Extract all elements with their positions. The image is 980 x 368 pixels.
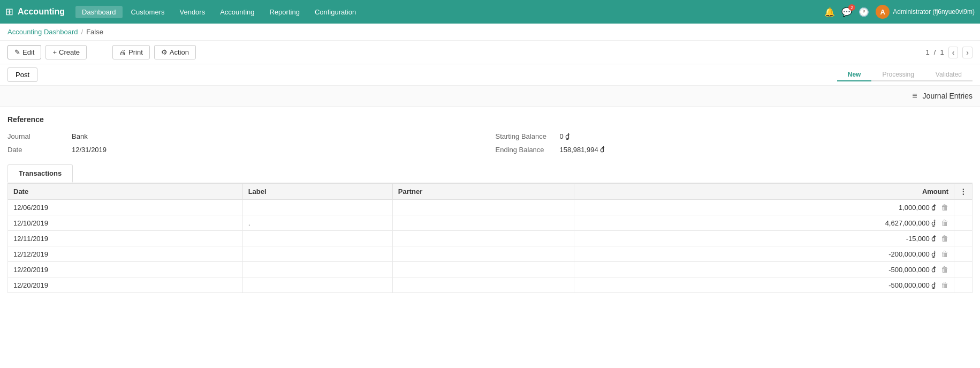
action-label: Action [170, 48, 189, 56]
fields-grid: Journal Bank Date 12/31/2019 Starting Ba… [7, 132, 973, 154]
journal-field-row: Journal Bank [7, 132, 485, 140]
date-field-row: Date 12/31/2019 [7, 146, 485, 154]
main-content: Reference Journal Bank Date 12/31/2019 S… [0, 107, 980, 302]
cell-options [954, 231, 973, 246]
breadcrumb-current: False [86, 28, 103, 36]
cell-date: 12/20/2019 [8, 277, 243, 293]
journal-entries-header: ≡ Journal Entries [0, 86, 980, 107]
post-button[interactable]: Post [7, 67, 37, 82]
cell-label [242, 262, 392, 277]
cell-date: 12/11/2019 [8, 231, 243, 246]
date-label: Date [7, 146, 66, 154]
cell-options [954, 262, 973, 277]
pagination-next[interactable]: › [962, 47, 973, 58]
pagination-separator: / [934, 48, 936, 56]
status-steps: New Processing Validated [837, 69, 973, 81]
nav-item-reporting[interactable]: Reporting [263, 6, 306, 18]
status-step-new[interactable]: New [837, 69, 872, 81]
journal-menu-icon[interactable]: ≡ [912, 91, 917, 101]
nav-items: Dashboard Customers Vendors Accounting R… [75, 6, 824, 18]
right-fields: Starting Balance 0 ₫ Ending Balance 158,… [496, 132, 973, 154]
app-title: Accounting [18, 7, 65, 17]
clock-icon[interactable]: 🕐 [859, 7, 869, 17]
delete-icon[interactable]: 🗑 [941, 250, 948, 258]
nav-item-customers[interactable]: Customers [125, 6, 171, 18]
cell-label: . [242, 215, 392, 231]
nav-right: 🔔 💬 2 🕐 A Administrator (fj6nyue0vi9m) [824, 5, 975, 19]
delete-icon[interactable]: 🗑 [941, 265, 948, 274]
create-icon: + [52, 48, 57, 56]
pagination-prev[interactable]: ‹ [948, 47, 959, 58]
cell-date: 12/06/2019 [8, 200, 243, 215]
journal-label: Journal [7, 132, 66, 140]
bell-icon[interactable]: 🔔 [824, 7, 835, 17]
user-avatar: A [876, 5, 890, 19]
table-row: 12/11/2019 -15,000 ₫ 🗑 [8, 231, 973, 246]
nav-item-configuration[interactable]: Configuration [308, 6, 362, 18]
chat-badge: 2 [848, 4, 855, 11]
ending-balance-label: Ending Balance [496, 146, 554, 154]
pagination-total: 1 [940, 48, 944, 56]
action-button[interactable]: ⚙ Action [154, 45, 196, 59]
cell-amount: -200,000,000 ₫ 🗑 [574, 246, 954, 262]
breadcrumb-separator: / [81, 28, 83, 36]
cell-options [954, 277, 973, 293]
transactions-table: Date Label Partner Amount ⋮ 12/06/2019 1… [7, 183, 973, 293]
status-step-processing[interactable]: Processing [871, 69, 924, 81]
pagination: 1 / 1 ‹ › [926, 47, 973, 58]
cell-amount: 4,627,000,000 ₫ 🗑 [574, 215, 954, 231]
create-button[interactable]: + Create [45, 45, 87, 59]
cell-partner [392, 262, 574, 277]
tab-transactions[interactable]: Transactions [7, 164, 73, 183]
print-icon: 🖨 [119, 48, 126, 56]
tabs: Transactions [7, 164, 973, 183]
status-step-validated[interactable]: Validated [925, 69, 973, 81]
delete-icon[interactable]: 🗑 [941, 281, 948, 289]
cell-label [242, 277, 392, 293]
action-icon: ⚙ [161, 48, 168, 56]
create-label: Create [59, 48, 80, 56]
cell-options [954, 215, 973, 231]
cell-options [954, 200, 973, 215]
cell-date: 12/12/2019 [8, 246, 243, 262]
chat-icon[interactable]: 💬 2 [841, 7, 852, 17]
table-row: 12/10/2019 . 4,627,000,000 ₫ 🗑 [8, 215, 973, 231]
col-amount: Amount [574, 184, 954, 200]
edit-button[interactable]: ✎ Edit [7, 45, 41, 59]
ending-balance-field-row: Ending Balance 158,981,994 ₫ [496, 146, 973, 154]
nav-item-vendors[interactable]: Vendors [173, 6, 211, 18]
user-name: Administrator (fj6nyue0vi9m) [893, 8, 975, 16]
table-row: 12/06/2019 1,000,000 ₫ 🗑 [8, 200, 973, 215]
col-partner: Partner [392, 184, 574, 200]
cell-label [242, 246, 392, 262]
nav-item-dashboard[interactable]: Dashboard [75, 6, 123, 18]
cell-partner [392, 246, 574, 262]
nav-item-accounting[interactable]: Accounting [214, 6, 261, 18]
journal-value: Bank [72, 132, 88, 140]
reference-label: Reference [7, 115, 973, 124]
cell-amount: 1,000,000 ₫ 🗑 [574, 200, 954, 215]
cell-date: 12/10/2019 [8, 215, 243, 231]
pagination-current: 1 [926, 48, 930, 56]
delete-icon[interactable]: 🗑 [941, 219, 948, 227]
cell-amount: -15,000 ₫ 🗑 [574, 231, 954, 246]
ending-balance-value: 158,981,994 ₫ [560, 146, 605, 154]
delete-icon[interactable]: 🗑 [941, 203, 948, 212]
cell-partner [392, 231, 574, 246]
user-info[interactable]: A Administrator (fj6nyue0vi9m) [876, 5, 975, 19]
delete-icon[interactable]: 🗑 [941, 234, 948, 243]
print-button[interactable]: 🖨 Print [112, 45, 150, 59]
cell-partner [392, 200, 574, 215]
breadcrumb-parent[interactable]: Accounting Dashboard [7, 28, 78, 36]
app-icon: ⊞ [5, 6, 13, 18]
col-date: Date [8, 184, 243, 200]
cell-label [242, 200, 392, 215]
col-options: ⋮ [954, 184, 973, 200]
journal-entries-title: Journal Entries [923, 92, 973, 100]
breadcrumb: Accounting Dashboard / False [0, 24, 980, 41]
left-fields: Journal Bank Date 12/31/2019 [7, 132, 485, 154]
top-nav: ⊞ Accounting Dashboard Customers Vendors… [0, 0, 980, 24]
starting-balance-value: 0 ₫ [560, 132, 570, 140]
date-value: 12/31/2019 [72, 146, 107, 154]
cell-options [954, 246, 973, 262]
